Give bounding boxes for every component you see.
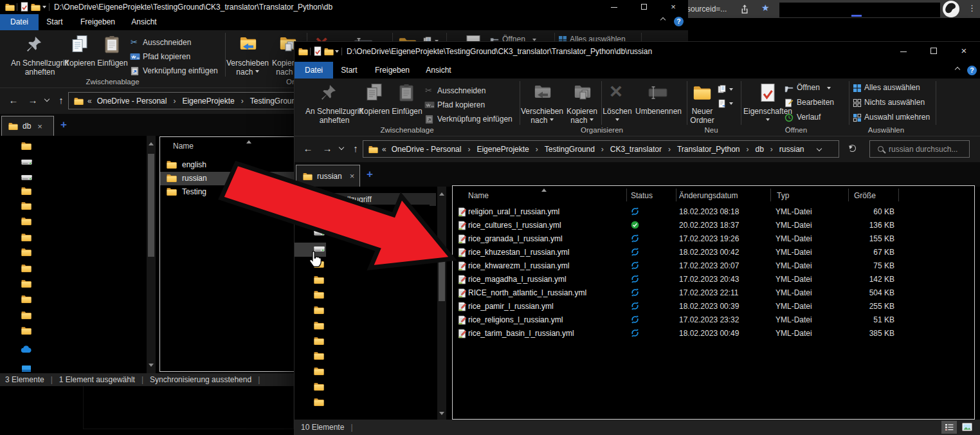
nav-pane[interactable]: Schnellzugriff	[295, 187, 449, 420]
rename-button[interactable]: Umbenennen	[634, 107, 683, 116]
collapse-ribbon-icon[interactable]	[955, 67, 960, 72]
select-none-icon[interactable]	[853, 98, 862, 107]
close-button[interactable]: ×	[662, 0, 684, 14]
scroll-down-icon[interactable]	[439, 412, 444, 418]
new-item-icon[interactable]	[718, 85, 727, 94]
breadcrumb-overflow[interactable]: «	[382, 145, 390, 154]
file-row[interactable]: rice_tarim_basin_l_russian.yml 18.02.202…	[453, 327, 974, 340]
file-row[interactable]: religion_ural_l_russian.yml 18.02.2023 0…	[453, 205, 974, 219]
refresh-icon[interactable]	[849, 145, 856, 152]
new-tab-button[interactable]: +	[60, 119, 67, 130]
copy-icon[interactable]	[365, 83, 383, 102]
new-tab-button[interactable]: +	[367, 169, 373, 180]
breadcrumb-item[interactable]: EigeneProjekte	[475, 145, 530, 154]
nav-scrollbar[interactable]	[437, 187, 446, 420]
tab-russian[interactable]: russian ×	[296, 165, 360, 187]
delete-icon[interactable]: ×	[610, 79, 622, 104]
browser-menu-icon[interactable]: ⋮	[968, 3, 976, 13]
file-row[interactable]: rice_pamir_l_russian.yml 18.02.2023 00:3…	[453, 300, 974, 313]
paste-shortcut-icon[interactable]	[424, 115, 434, 124]
breadcrumb-item[interactable]: OneDrive - Personal	[96, 97, 168, 106]
breadcrumb-item[interactable]: CK3_translator	[609, 145, 663, 154]
file-row[interactable]: rice_magadha_l_russian.yml 17.02.2023 20…	[453, 273, 974, 286]
paste-button[interactable]: Einfügen	[388, 107, 426, 116]
qat-dropdown-icon[interactable]	[42, 6, 46, 10]
move-to-icon[interactable]	[532, 84, 552, 100]
select-none-button[interactable]: Nichts auswählen	[864, 98, 925, 107]
scroll-down-icon[interactable]	[149, 364, 154, 369]
copy-path-icon[interactable]	[130, 53, 140, 60]
search-box[interactable]: russian durchsuch...	[869, 140, 970, 158]
column-header-type[interactable]: Typ	[777, 191, 789, 200]
breadcrumb-overflow[interactable]: «	[87, 97, 96, 106]
cut-button[interactable]: Ausschneiden	[437, 86, 485, 95]
tab-ansicht[interactable]: Ansicht	[419, 62, 458, 79]
breadcrumb[interactable]: « OneDrive - Personal › EigeneProjekte ›…	[363, 140, 839, 158]
share-icon[interactable]	[740, 4, 750, 14]
nav-scrollbar[interactable]	[147, 136, 156, 373]
up-button[interactable]: ↑	[349, 143, 363, 154]
open-icon[interactable]	[785, 85, 794, 93]
avatar[interactable]	[943, 1, 959, 17]
paste-shortcut-button[interactable]: Verknüpfung einfügen	[143, 66, 218, 75]
forward-button[interactable]: →	[320, 143, 334, 154]
history-button[interactable]: Verlauf	[797, 113, 821, 122]
tab-start[interactable]: Start	[39, 14, 71, 30]
forward-button[interactable]: →	[26, 95, 40, 106]
pin-icon[interactable]	[26, 35, 42, 53]
tab-start[interactable]: Start	[333, 62, 365, 79]
nav-pane[interactable]	[0, 136, 158, 373]
breadcrumb-item[interactable]: TestingGround	[543, 145, 596, 154]
maximize-button[interactable]	[633, 0, 655, 14]
copy-path-button[interactable]: Pfad kopieren	[437, 100, 485, 109]
folder-icon[interactable]	[324, 48, 334, 55]
qat-dropdown-icon[interactable]	[335, 50, 339, 55]
column-header-size[interactable]: Größe	[854, 191, 876, 200]
breadcrumb-item[interactable]: TestingGround	[249, 97, 302, 106]
select-all-icon[interactable]	[853, 84, 862, 93]
quick-access-tasks-icon[interactable]	[21, 2, 28, 12]
view-details-button[interactable]	[941, 421, 957, 434]
copy-to-icon[interactable]	[572, 84, 592, 100]
paste-shortcut-button[interactable]: Verknüpfung einfügen	[437, 115, 513, 124]
edit-icon[interactable]	[785, 98, 794, 107]
recent-locations-icon[interactable]	[339, 145, 344, 150]
new-folder-button[interactable]: NeuerOrdner	[683, 107, 721, 125]
breadcrumb-item[interactable]: EigeneProjekte	[181, 97, 235, 106]
file-row[interactable]: rice_cultures_l_russian.yml 20.02.2023 1…	[453, 219, 974, 232]
folder-icon[interactable]	[31, 3, 41, 11]
help-icon[interactable]: ?	[674, 17, 684, 26]
edit-button[interactable]: Bearbeiten	[797, 98, 834, 107]
view-thumbnails-button[interactable]	[959, 421, 975, 434]
cut-icon[interactable]: ✂	[131, 37, 138, 47]
delete-button[interactable]: Löschen	[598, 107, 637, 125]
paste-icon[interactable]	[399, 83, 414, 102]
easy-access-icon[interactable]	[718, 99, 727, 108]
cut-icon[interactable]: ✂	[425, 86, 432, 95]
tab-datei[interactable]: Datei	[0, 14, 39, 30]
open-button[interactable]: Öffnen	[797, 83, 820, 92]
tab-ansicht[interactable]: Ansicht	[125, 14, 163, 30]
minimize-button[interactable]	[603, 0, 625, 14]
recent-locations-icon[interactable]	[44, 97, 50, 102]
tab-close-icon[interactable]: ×	[37, 122, 42, 131]
paste-button[interactable]: Einfügen	[94, 59, 131, 68]
copy-path-icon[interactable]	[424, 101, 435, 109]
file-row[interactable]: rice_khuzestan_l_russian.yml 18.02.2023 …	[453, 246, 974, 259]
pin-icon[interactable]	[320, 84, 337, 102]
properties-icon[interactable]	[760, 83, 776, 102]
breadcrumb-item[interactable]: db	[754, 145, 765, 154]
scroll-up-icon[interactable]	[149, 140, 154, 145]
back-button[interactable]: ←	[6, 95, 21, 106]
tab-freigeben[interactable]: Freigeben	[76, 14, 120, 30]
tab-datei[interactable]: Datei	[295, 62, 333, 79]
column-header-modified[interactable]: Änderungsdatum	[679, 191, 738, 200]
maximize-button[interactable]	[923, 43, 945, 59]
address-dropdown-icon[interactable]	[817, 146, 822, 151]
up-button[interactable]: ↑	[54, 95, 68, 106]
collapse-ribbon-icon[interactable]	[660, 17, 666, 23]
move-to-icon[interactable]	[238, 35, 257, 52]
history-icon[interactable]	[785, 113, 794, 122]
invert-selection-icon[interactable]	[853, 113, 862, 122]
back-button[interactable]: ←	[301, 143, 315, 154]
